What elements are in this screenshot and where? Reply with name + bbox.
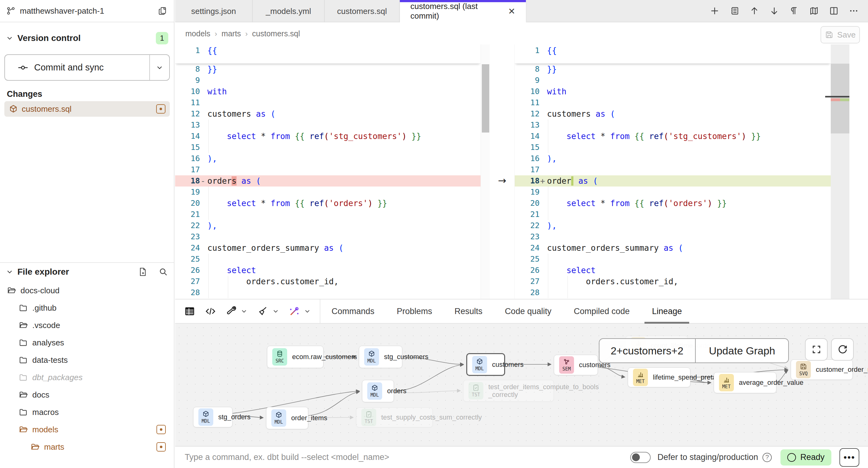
split-editor-icon[interactable] [828, 5, 840, 17]
code-line-8[interactable]: 8}} [175, 64, 480, 75]
chevron-down-icon[interactable] [304, 308, 311, 315]
file-tree-item-docs[interactable]: docs [0, 386, 174, 403]
command-input[interactable]: Type a command, ex. dbt build --select <… [185, 453, 630, 462]
tab-customers-sql[interactable]: customers.sql [325, 0, 400, 22]
wrench-icon[interactable] [225, 306, 237, 317]
breadcrumb-item[interactable]: marts [222, 29, 241, 38]
code-line-8[interactable]: 8}} [515, 64, 831, 75]
copy-icon[interactable] [158, 6, 168, 16]
code-line-12[interactable]: 12customers as ( [515, 108, 831, 120]
code-line-19[interactable]: 19 [175, 187, 480, 198]
code-line-28[interactable]: 28 [175, 287, 480, 298]
code-line-24[interactable]: 24customer_orders_summary as ( [175, 242, 480, 254]
changed-file-row[interactable]: customers.sql [4, 101, 170, 117]
code-line-19[interactable]: 19 [515, 187, 831, 198]
outline-icon[interactable] [728, 5, 741, 17]
help-icon[interactable]: ? [763, 453, 772, 462]
code-line-22[interactable]: 22), [515, 220, 831, 231]
code-line-15[interactable]: 15 [515, 142, 831, 153]
code-line-24[interactable]: 24customer_orders_summary as ( [515, 242, 831, 254]
file-tree-item-marts[interactable]: marts [0, 438, 174, 456]
file-tree-item-docs-cloud[interactable]: docs-cloud [0, 282, 174, 299]
bottom-tab-commands[interactable]: Commands [320, 300, 385, 323]
lineage-node-customers-mdl[interactable]: MDLcustomers [466, 353, 505, 376]
lineage-node-lifetime-spend-pretax[interactable]: METlifetime_spend_pretax [628, 368, 690, 387]
code-line-26[interactable]: 26 select [515, 265, 831, 276]
code-line-1[interactable]: 1{{ [175, 44, 480, 57]
commit-options-caret[interactable] [149, 55, 169, 80]
plus-icon[interactable] [708, 5, 721, 17]
code-icon[interactable] [205, 306, 216, 317]
tab-customers-sql-last-commit-[interactable]: customers.sql (last commit)✕ [400, 0, 527, 22]
code-line-11[interactable]: 11 [175, 97, 480, 108]
code-line-1[interactable]: 1{{ [515, 44, 831, 57]
lineage-node-orders[interactable]: MDLorders [362, 380, 394, 402]
broom-icon[interactable] [257, 306, 268, 317]
magic-wand-icon[interactable] [289, 306, 300, 317]
save-button[interactable]: Save [820, 26, 860, 43]
revert-change-arrow-icon[interactable]: → [498, 175, 506, 186]
file-tree-item-data-tests[interactable]: data-tests [0, 351, 174, 369]
fullscreen-button[interactable] [805, 338, 828, 361]
diff-editor[interactable]: 1{{8}}910with1112customers as (1314 sele… [175, 44, 868, 299]
more-options-button[interactable]: ••• [839, 448, 859, 467]
lineage-node-test-order-items-compute-to-bools-correctly[interactable]: TSTtest_order_items_compute_to_bools _co… [463, 380, 554, 402]
chevron-down-icon[interactable] [272, 308, 279, 315]
lineage-node-average-order-value[interactable]: METaverage_order_value [714, 372, 776, 393]
code-line-20[interactable]: 20 select * from {{ ref('orders') }} [515, 198, 831, 209]
lineage-node-ecom-raw-customers[interactable]: SRCecom.raw_customers [267, 346, 323, 368]
code-line-12[interactable]: 12customers as ( [175, 108, 480, 120]
code-line-17[interactable]: 17 [515, 164, 831, 175]
search-icon[interactable] [158, 267, 168, 277]
code-line-22[interactable]: 22), [175, 220, 480, 231]
code-line-25[interactable]: 25 [515, 254, 831, 265]
file-tree-item-models[interactable]: models [0, 421, 174, 438]
code-line-11[interactable]: 11 [515, 97, 831, 108]
code-line-14[interactable]: 14 select * from {{ ref('stg_customers')… [515, 131, 831, 142]
arrow-down-icon[interactable] [768, 5, 780, 17]
code-line-9[interactable]: 9 [175, 75, 480, 86]
code-line-18[interactable]: 18-orders as ( [175, 175, 480, 187]
file-tree-item-analyses[interactable]: analyses [0, 334, 174, 351]
file-tree-item--vscode[interactable]: .vscode [0, 317, 174, 334]
code-line-9[interactable]: 9 [515, 75, 831, 86]
selector-input[interactable]: 2+customers+2 [599, 339, 695, 363]
code-line-28[interactable]: 28 [515, 287, 831, 298]
update-graph-button[interactable]: Update Graph [695, 339, 788, 363]
code-line-10[interactable]: 10with [175, 86, 480, 97]
code-line-27[interactable]: 27 orders.customer_id, [175, 276, 480, 287]
lineage-node-test-supply-costs-sum-correctly[interactable]: TSTtest_supply_costs_sum_correctly [356, 407, 433, 427]
code-line-18[interactable]: 18+order as ( [515, 175, 831, 187]
bottom-tab-code-quality[interactable]: Code quality [494, 300, 562, 323]
version-control-header[interactable]: Version control 1 [0, 30, 174, 47]
breadcrumb-item[interactable]: models [185, 29, 211, 38]
tab--models-yml[interactable]: _models.yml [253, 0, 325, 22]
pilcrow-icon[interactable] [788, 5, 800, 17]
table-icon[interactable] [184, 305, 195, 317]
code-line-17[interactable]: 17 [175, 164, 480, 175]
code-line-16[interactable]: 16), [515, 153, 831, 164]
bottom-tab-results[interactable]: Results [443, 300, 494, 323]
refresh-button[interactable] [831, 338, 854, 361]
lineage-node-customers-sem[interactable]: SEMcustomers [554, 355, 598, 375]
defer-toggle[interactable] [630, 452, 651, 463]
code-line-23[interactable]: 23 [515, 231, 831, 242]
commit-and-sync-button[interactable]: Commit and sync [4, 54, 170, 81]
bottom-tab-compiled-code[interactable]: Compiled code [562, 300, 641, 323]
code-line-25[interactable]: 25 [175, 254, 480, 265]
code-line-10[interactable]: 10with [515, 86, 831, 97]
arrow-up-icon[interactable] [748, 5, 761, 17]
code-line-27[interactable]: 27 orders.customer_id, [515, 276, 831, 287]
code-line-13[interactable]: 13 [175, 120, 480, 131]
lineage-node-stg-orders[interactable]: MDLstg_orders [193, 407, 232, 427]
map-icon[interactable] [808, 5, 820, 17]
lineage-node-customer-order-metrics[interactable]: SVQcustomer_order_metrics [791, 360, 853, 380]
lineage-canvas[interactable]: SRCecom.raw_customersMDLstg_customersMDL… [175, 324, 868, 446]
chevron-down-icon[interactable] [240, 308, 248, 315]
breadcrumb-item[interactable]: customers.sql [252, 29, 300, 38]
file-explorer-header[interactable]: File explorer [0, 264, 174, 279]
bottom-tab-problems[interactable]: Problems [385, 300, 443, 323]
code-line-21[interactable]: 21 [515, 209, 831, 220]
code-line-23[interactable]: 23 [175, 231, 480, 242]
code-line-13[interactable]: 13 [515, 120, 831, 131]
